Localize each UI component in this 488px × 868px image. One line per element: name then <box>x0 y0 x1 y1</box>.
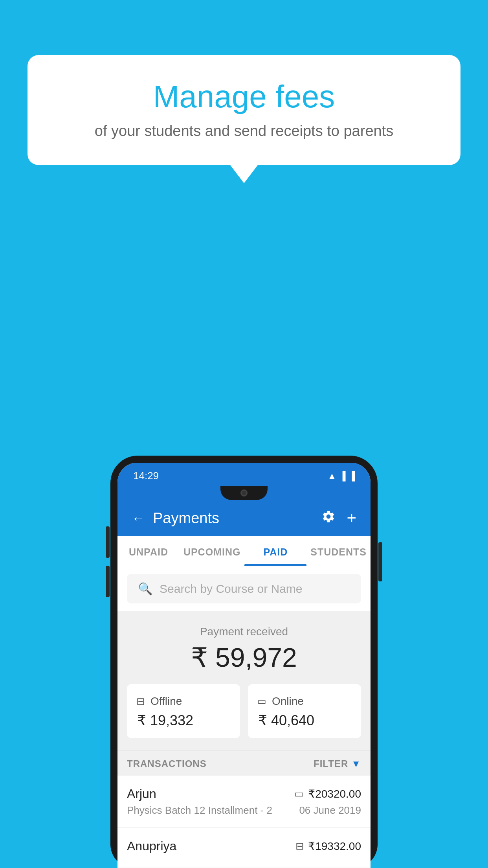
status-bar: 14:29 ▲ ▐ ▐ <box>117 463 371 487</box>
phone-screen: 14:29 ▲ ▐ ▐ ← Payments <box>117 463 371 868</box>
phone: 14:29 ▲ ▐ ▐ ← Payments <box>110 456 378 868</box>
app-bar-title: Payments <box>153 510 219 527</box>
offline-amount: ₹ 19,332 <box>136 712 193 729</box>
back-button[interactable]: ← <box>132 511 145 526</box>
search-placeholder: Search by Course or Name <box>160 582 303 596</box>
speech-bubble: Manage fees of your students and send re… <box>28 55 460 165</box>
transaction-amount-arjun: ₹20320.00 <box>308 787 361 800</box>
power-button <box>378 542 382 581</box>
offline-payment-card: ⊟ Offline ₹ 19,332 <box>127 684 240 738</box>
transaction-amount-anupriya: ₹19332.00 <box>308 840 361 853</box>
transaction-top-arjun: Arjun ▭ ₹20320.00 <box>127 787 361 801</box>
offline-payment-icon-anupriya: ⊟ <box>295 840 304 852</box>
online-amount: ₹ 40,640 <box>257 712 314 729</box>
offline-icon: ⊟ <box>136 695 145 708</box>
card-payment-icon-arjun: ▭ <box>294 788 304 800</box>
search-icon: 🔍 <box>138 582 152 596</box>
camera-notch <box>240 489 248 497</box>
filter-icon: ▼ <box>351 758 361 769</box>
app-bar-right: + <box>321 509 356 528</box>
search-container: 🔍 Search by Course or Name <box>117 566 371 611</box>
online-payment-card: ▭ Online ₹ 40,640 <box>248 684 361 738</box>
transaction-course-arjun: Physics Batch 12 Installment - 2 <box>127 804 272 817</box>
payment-received-label: Payment received <box>127 625 361 638</box>
status-icons: ▲ ▐ ▐ <box>328 471 355 481</box>
wifi-icon: ▲ <box>328 471 336 481</box>
search-bar[interactable]: 🔍 Search by Course or Name <box>127 574 361 603</box>
transaction-row-anupriya[interactable]: Anupriya ⊟ ₹19332.00 <box>117 828 371 868</box>
phone-outer: 14:29 ▲ ▐ ▐ ← Payments <box>110 456 378 868</box>
tab-students[interactable]: STUDENTS <box>306 536 371 566</box>
status-time: 14:29 <box>133 470 159 482</box>
volume-up-button <box>106 526 110 558</box>
speech-bubble-subtitle: of your students and send receipts to pa… <box>59 123 429 140</box>
tab-unpaid[interactable]: UNPAID <box>117 536 180 566</box>
settings-button[interactable] <box>321 509 336 527</box>
transaction-row-arjun[interactable]: Arjun ▭ ₹20320.00 Physics Batch 12 Insta… <box>117 776 371 828</box>
tab-paid[interactable]: PAID <box>244 536 306 566</box>
transaction-bottom-arjun: Physics Batch 12 Installment - 2 06 June… <box>127 804 361 817</box>
add-button[interactable]: + <box>347 509 356 528</box>
payment-summary: Payment received ₹ 59,972 ⊟ Offline ₹ 19… <box>117 611 371 750</box>
signal-icon: ▐ <box>339 471 346 481</box>
notch <box>220 486 268 500</box>
offline-card-header: ⊟ Offline <box>136 695 182 708</box>
app-bar-left: ← Payments <box>132 510 219 527</box>
battery-icon: ▐ <box>349 471 355 481</box>
transaction-name-anupriya: Anupriya <box>127 839 176 853</box>
speech-bubble-title: Manage fees <box>59 79 429 115</box>
volume-down-button <box>106 566 110 597</box>
transaction-date-arjun: 06 June 2019 <box>299 804 361 817</box>
filter-button[interactable]: FILTER ▼ <box>314 758 361 769</box>
tabs-container: UNPAID UPCOMING PAID STUDENTS <box>117 536 371 566</box>
notch-area <box>117 486 371 500</box>
payment-total-amount: ₹ 59,972 <box>127 642 361 673</box>
offline-label: Offline <box>150 695 182 708</box>
transaction-amount-row-arjun: ▭ ₹20320.00 <box>294 787 361 800</box>
filter-label: FILTER <box>314 758 348 769</box>
payment-cards: ⊟ Offline ₹ 19,332 ▭ Online ₹ 40,640 <box>127 684 361 738</box>
transactions-header: TRANSACTIONS FILTER ▼ <box>117 750 371 776</box>
transaction-top-anupriya: Anupriya ⊟ ₹19332.00 <box>127 839 361 853</box>
app-bar: ← Payments + <box>117 500 371 536</box>
transaction-amount-row-anupriya: ⊟ ₹19332.00 <box>295 840 361 853</box>
transaction-name-arjun: Arjun <box>127 787 156 801</box>
online-icon: ▭ <box>257 696 266 707</box>
transactions-label: TRANSACTIONS <box>127 758 207 769</box>
online-label: Online <box>272 695 304 708</box>
speech-bubble-container: Manage fees of your students and send re… <box>28 55 460 165</box>
online-card-header: ▭ Online <box>257 695 304 708</box>
tab-upcoming[interactable]: UPCOMING <box>180 536 245 566</box>
